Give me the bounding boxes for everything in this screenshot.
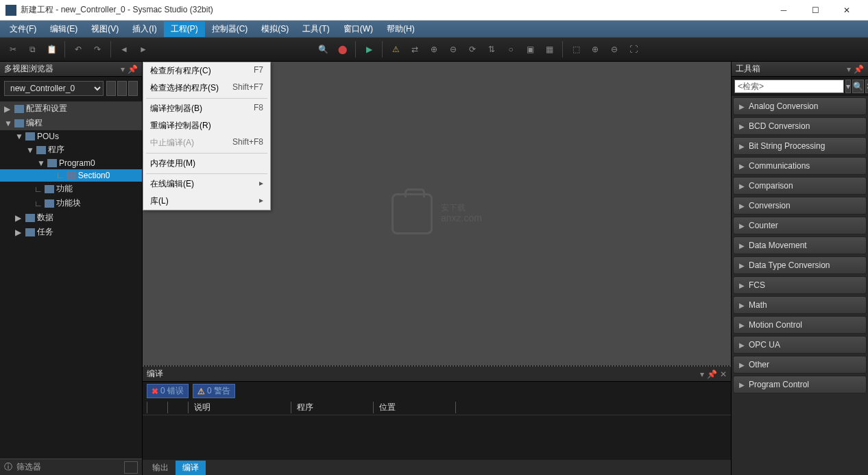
warning-button[interactable]: ⚠ [387, 40, 405, 58]
toolbox-category[interactable]: ▶Bit String Processing [733, 137, 867, 155]
toolbox-category[interactable]: ▶Program Control [733, 376, 867, 393]
paste-button[interactable]: 📋 [43, 40, 60, 58]
menu-4[interactable]: 工程(P) [164, 21, 205, 37]
dropdown-icon[interactable]: ▾ [121, 64, 125, 74]
fit-button[interactable]: ⛶ [625, 40, 642, 58]
link1-button[interactable]: ⊕ [425, 40, 443, 58]
pin-icon[interactable]: 📌 [707, 369, 717, 379]
zoom-in-button[interactable]: ⊕ [586, 40, 604, 58]
module-button[interactable]: ▣ [521, 40, 539, 58]
errors-badge[interactable]: ✖0 错误 [147, 384, 189, 398]
toolbox-category[interactable]: ▶Motion Control [733, 316, 867, 334]
controller-selector-row: new_Controller_0 [0, 77, 142, 100]
toolbox-search[interactable] [734, 80, 844, 93]
menu-item[interactable]: 检查所有程序(C)F7 [143, 62, 270, 80]
filter-label: 筛选器 [16, 461, 41, 473]
menu-1[interactable]: 编辑(E) [43, 21, 84, 37]
tree-item[interactable]: ▼POUs [0, 130, 142, 143]
menu-6[interactable]: 模拟(S) [254, 21, 296, 37]
toolbox-category[interactable]: ▶Comparison [733, 177, 867, 195]
tree-item[interactable]: ∟ Section0 [0, 169, 142, 182]
app-icon [5, 5, 16, 16]
filter-button[interactable] [124, 461, 138, 474]
cycle-button[interactable]: ○ [502, 40, 520, 58]
tree-item[interactable]: ▼编程 [0, 116, 142, 130]
tree-item[interactable]: ▶数据 [0, 210, 142, 225]
stop-button[interactable]: ⬤ [333, 40, 351, 58]
dropdown-icon[interactable]: ▾ [847, 64, 851, 74]
back-button[interactable]: ◄ [115, 40, 133, 58]
sidebar-right: 工具箱 ▾ 📌 ▾ 🔍 ✕ ▶Analog Conversion▶BCD Con… [731, 62, 868, 475]
online-button[interactable]: ⇄ [406, 40, 424, 58]
tree-item[interactable]: ▼程序 [0, 143, 142, 157]
maximize-button[interactable]: ☐ [799, 0, 831, 21]
toolbox-category[interactable]: ▶FCS [733, 276, 867, 294]
menu-2[interactable]: 视图(V) [84, 21, 125, 37]
watermark: 安下载 anxz.com [391, 193, 482, 234]
minimize-button[interactable]: ─ [768, 0, 799, 21]
menu-item[interactable]: 重编译控制器(R) [143, 117, 270, 134]
menu-item[interactable]: 检查选择的程序(S)Shift+F7 [143, 80, 270, 97]
output-content [143, 415, 731, 460]
tree-item[interactable]: ▶任务 [0, 225, 142, 239]
undo-button[interactable]: ↶ [69, 40, 87, 58]
pin-icon[interactable]: 📌 [128, 64, 138, 74]
copy-button[interactable]: ⧉ [23, 40, 41, 58]
dropdown-icon[interactable]: ▾ [700, 369, 704, 379]
close-panel-icon[interactable]: ✕ [720, 369, 727, 379]
link2-button[interactable]: ⊖ [444, 40, 462, 58]
redo-button[interactable]: ↷ [88, 40, 106, 58]
transfer-button[interactable]: ⇅ [483, 40, 501, 58]
window-title: 新建工程 - new_Controller_0 - Sysmac Studio … [21, 4, 768, 16]
close-button[interactable]: ✕ [831, 0, 863, 21]
forward-button[interactable]: ► [134, 40, 152, 58]
output-tabs: 输出编译 [143, 460, 731, 475]
controller-select[interactable]: new_Controller_0 [4, 81, 104, 96]
toolbox-category[interactable]: ▶Math [733, 296, 867, 314]
center-area: 检查所有程序(C)F7检查选择的程序(S)Shift+F7编译控制器(B)F8重… [143, 62, 731, 475]
menu-item[interactable]: 库(L)▸ [143, 193, 270, 210]
run-button[interactable]: ▶ [360, 40, 378, 58]
menu-9[interactable]: 帮助(H) [380, 21, 422, 37]
menu-3[interactable]: 插入(I) [125, 21, 163, 37]
output-panel: 编译 ▾ 📌 ✕ ✖0 错误 ⚠0 警告 说明程序位置 输出编译 [143, 365, 731, 475]
toolbox-category[interactable]: ▶BCD Conversion [733, 117, 867, 135]
toolbox-category[interactable]: ▶Data Movement [733, 236, 867, 254]
output-columns: 说明程序位置 [143, 400, 731, 415]
tree-item[interactable]: ∟ 功能块 [0, 196, 142, 210]
menu-8[interactable]: 窗口(W) [337, 21, 380, 37]
menu-item[interactable]: 内存使用(M) [143, 155, 270, 172]
output-tab[interactable]: 编译 [176, 461, 206, 475]
menu-5[interactable]: 控制器(C) [205, 21, 255, 37]
pin-icon[interactable]: 📌 [854, 64, 864, 74]
tree-item[interactable]: ▶配置和设置 [0, 101, 142, 116]
search-clear-button[interactable]: ✕ [865, 80, 868, 93]
toolbox-category[interactable]: ▶Analog Conversion [733, 97, 867, 115]
tree-item[interactable]: ∟ 功能 [0, 182, 142, 196]
search-go-button[interactable]: 🔍 [852, 80, 864, 93]
search-dropdown-button[interactable]: ▾ [845, 80, 851, 93]
menu-0[interactable]: 文件(F) [3, 21, 43, 37]
toolbox-list: ▶Analog Conversion▶BCD Conversion▶Bit St… [732, 96, 868, 475]
toolbox-category[interactable]: ▶Other [733, 356, 867, 374]
explorer-header: 多视图浏览器 ▾ 📌 [0, 62, 142, 77]
menu-7[interactable]: 工具(T) [296, 21, 336, 37]
grid-button[interactable]: ▦ [540, 40, 558, 58]
project-menu-dropdown: 检查所有程序(C)F7检查选择的程序(S)Shift+F7编译控制器(B)F8重… [143, 62, 271, 210]
toolbox-category[interactable]: ▶Communications [733, 157, 867, 175]
cut-button[interactable]: ✂ [4, 40, 22, 58]
toolbox-category[interactable]: ▶Counter [733, 217, 867, 234]
zoom-out-button[interactable]: ⊖ [605, 40, 623, 58]
toolbox-category[interactable]: ▶Conversion [733, 197, 867, 215]
menu-item[interactable]: 编译控制器(B)F8 [143, 100, 270, 117]
menu-item[interactable]: 在线编辑(E)▸ [143, 175, 270, 193]
search-button[interactable]: 🔍 [314, 40, 332, 58]
toolbox-category[interactable]: ▶Data Type Conversion [733, 256, 867, 274]
sync-button[interactable]: ⟳ [463, 40, 481, 58]
crop-button[interactable]: ⬚ [567, 40, 585, 58]
project-tree[interactable]: ▶配置和设置▼编程▼POUs▼程序▼Program0∟ Section0∟ 功能… [0, 100, 142, 459]
tree-item[interactable]: ▼Program0 [0, 157, 142, 169]
warnings-badge[interactable]: ⚠0 警告 [193, 384, 235, 398]
output-tab[interactable]: 输出 [145, 461, 176, 475]
toolbox-category[interactable]: ▶OPC UA [733, 336, 867, 354]
